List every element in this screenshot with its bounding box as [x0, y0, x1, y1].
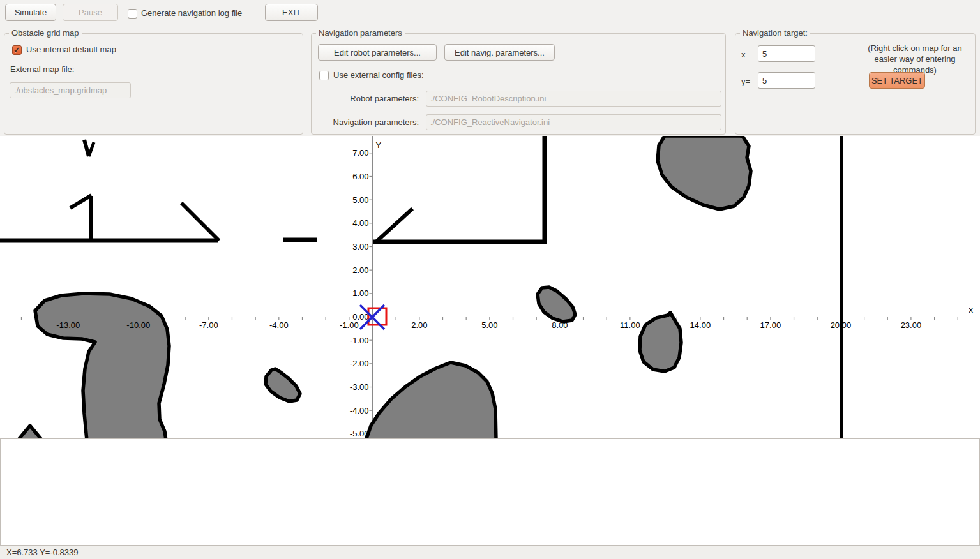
svg-text:-7.00: -7.00 [199, 320, 218, 330]
svg-text:-13.00: -13.00 [56, 320, 80, 330]
pause-button[interactable]: Pause [63, 4, 118, 21]
y-axis-letter: Y [376, 140, 382, 150]
svg-text:5.00: 5.00 [352, 195, 368, 205]
robot-parameters-label: Robot parameters: [317, 94, 419, 103]
navigation-parameters-label: Navigation parameters: [317, 117, 419, 127]
top-control-panel: Simulate Pause Generate navigation log f… [0, 0, 980, 136]
svg-text:3.00: 3.00 [352, 242, 368, 251]
log-panel[interactable] [0, 438, 980, 546]
svg-text:1.00: 1.00 [352, 288, 368, 298]
edit-navig-parameters-button[interactable]: Edit navig. parameters... [444, 44, 555, 61]
target-y-label: y= [741, 77, 750, 86]
edit-robot-parameters-button[interactable]: Edit robot parameters... [318, 44, 437, 61]
svg-text:6.00: 6.00 [352, 172, 368, 181]
svg-text:-10.00: -10.00 [126, 320, 150, 330]
target-group-title: Navigation target: [740, 28, 810, 38]
svg-text:7.00: 7.00 [352, 148, 368, 158]
svg-text:2.00: 2.00 [352, 265, 368, 275]
svg-text:-1.00: -1.00 [350, 336, 369, 345]
svg-text:-4.00: -4.00 [350, 406, 369, 415]
svg-text:20.00: 20.00 [831, 320, 852, 330]
navigation-parameters-input[interactable] [426, 114, 721, 130]
svg-text:8.00: 8.00 [552, 320, 568, 330]
use-external-config-label: Use external config files: [333, 70, 424, 80]
navigation-target-group: Navigation target: x= y= (Right click on… [735, 33, 976, 135]
svg-text:-3.00: -3.00 [350, 382, 369, 392]
exit-button[interactable]: EXIT [265, 4, 318, 21]
svg-text:-2.00: -2.00 [350, 359, 369, 368]
use-internal-map-label: Use internal default map [26, 45, 116, 54]
cursor-coordinates: X=6.733 Y=-0.8339 [6, 548, 79, 557]
svg-text:0.00: 0.00 [352, 312, 368, 322]
status-bar: X=6.733 Y=-0.8339 [0, 546, 980, 559]
svg-text:-5.00: -5.00 [350, 429, 369, 438]
use-internal-map-checkbox[interactable] [12, 45, 22, 55]
simulate-button[interactable]: Simulate [5, 4, 56, 21]
target-y-input[interactable] [758, 72, 815, 89]
nav-params-group-title: Navigation parameters [316, 28, 405, 38]
map-tick-labels: -13.00-10.00-7.00-4.00-1.002.005.008.001… [56, 140, 974, 438]
obstacle-grid-map-group: Obstacle grid map Use internal default m… [4, 33, 303, 135]
map-obstacles [0, 136, 841, 438]
target-x-label: x= [741, 50, 750, 59]
target-x-input[interactable] [758, 45, 815, 62]
set-target-button[interactable]: SET TARGET [869, 72, 925, 89]
obstacle-group-title: Obstacle grid map [9, 28, 82, 38]
svg-text:5.00: 5.00 [481, 320, 497, 330]
svg-text:11.00: 11.00 [620, 320, 640, 330]
external-map-file-input[interactable] [10, 82, 131, 98]
svg-text:17.00: 17.00 [760, 320, 781, 330]
hint-line-1: (Right click on map for an [868, 43, 961, 53]
robot-parameters-input[interactable] [426, 91, 721, 107]
svg-text:4.00: 4.00 [352, 218, 368, 228]
x-axis-letter: X [968, 306, 974, 315]
generate-log-checkbox[interactable] [128, 9, 137, 19]
use-external-config-checkbox[interactable] [319, 71, 329, 80]
map-view[interactable]: -13.00-10.00-7.00-4.00-1.002.005.008.001… [0, 136, 980, 438]
external-map-file-label: External map file: [10, 64, 74, 74]
navigation-parameters-group: Navigation parameters Edit robot paramet… [311, 33, 726, 135]
svg-text:14.00: 14.00 [690, 320, 711, 330]
generate-log-label: Generate navigation log file [141, 8, 242, 18]
right-click-hint: (Right click on map for an easier way of… [854, 43, 976, 75]
svg-text:2.00: 2.00 [411, 320, 427, 330]
map-canvas[interactable]: -13.00-10.00-7.00-4.00-1.002.005.008.001… [0, 136, 980, 438]
svg-text:-4.00: -4.00 [269, 320, 289, 330]
svg-text:23.00: 23.00 [901, 320, 922, 330]
